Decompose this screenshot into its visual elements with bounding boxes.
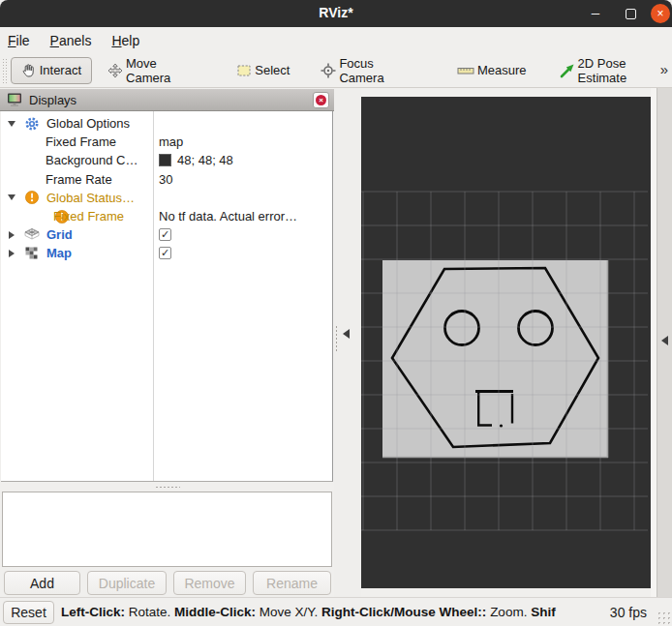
property-label: Fixed Frame xyxy=(46,134,116,149)
toolbar-overflow-chevron[interactable]: » xyxy=(660,61,668,77)
display-name: Map xyxy=(46,246,72,260)
tool-measure[interactable]: Measure xyxy=(457,57,527,84)
menu-file[interactable]: File xyxy=(8,33,30,48)
tree-row-map[interactable]: Map ✓ xyxy=(1,244,332,262)
collapse-right-arrow-icon[interactable] xyxy=(661,336,668,345)
property-value[interactable]: 48; 48; 48 xyxy=(177,153,233,167)
tool-move-camera-label: Move Camera xyxy=(126,56,199,85)
tool-select-label: Select xyxy=(255,63,290,77)
tree-column-divider[interactable] xyxy=(153,111,154,481)
grid-display-icon xyxy=(24,227,40,243)
expander-down-icon[interactable] xyxy=(6,194,17,200)
window-title: RViz* xyxy=(0,5,672,20)
display-name: Grid xyxy=(46,227,73,242)
tool-measure-label: Measure xyxy=(477,63,527,77)
displays-panel-title: Displays xyxy=(29,93,76,107)
add-button[interactable]: Add xyxy=(4,571,80,595)
tree-row-global-options[interactable]: Global Options xyxy=(1,114,332,133)
tree-row-status-fixed-frame[interactable]: Fixed Frame No tf data. Actual error… xyxy=(1,207,332,225)
color-swatch[interactable] xyxy=(159,154,171,166)
render-scene xyxy=(361,97,651,588)
main-area: Displays × xyxy=(0,88,672,597)
tool-focus-camera[interactable]: Focus Camera xyxy=(321,57,416,84)
crosshair-icon xyxy=(321,63,336,78)
toolbar: Interact Move Camera Select xyxy=(0,53,672,88)
close-button[interactable]: × xyxy=(651,4,670,23)
property-value[interactable]: 30 xyxy=(159,172,172,187)
maximize-button[interactable] xyxy=(626,9,636,19)
grid-enabled-checkbox[interactable]: ✓ xyxy=(159,228,171,241)
duplicate-button[interactable]: Duplicate xyxy=(87,571,167,595)
warning-icon xyxy=(24,190,40,205)
tool-interact[interactable]: Interact xyxy=(11,57,92,84)
tool-focus-camera-label: Focus Camera xyxy=(339,56,416,85)
rviz-window: RViz* – × File Panels Help Interact xyxy=(0,0,672,626)
menu-help[interactable]: Help xyxy=(111,33,139,48)
expander-right-icon[interactable] xyxy=(6,250,17,257)
selection-box-icon xyxy=(236,63,252,78)
property-label: Global Status… xyxy=(46,191,135,205)
expander-right-icon[interactable] xyxy=(6,231,17,239)
display-buttons: Add Duplicate Remove Rename xyxy=(4,571,331,595)
tool-2d-pose-estimate-label: 2D Pose Estimate xyxy=(578,56,672,85)
map-image xyxy=(382,260,608,458)
ruler-icon xyxy=(457,63,474,78)
warning-icon xyxy=(8,209,46,224)
move-arrows-icon xyxy=(107,63,123,78)
panel-close-button[interactable]: × xyxy=(313,92,329,108)
tool-move-camera[interactable]: Move Camera xyxy=(107,57,199,84)
property-label: Frame Rate xyxy=(46,172,112,187)
property-value[interactable]: map xyxy=(159,134,183,149)
minimize-button[interactable]: – xyxy=(589,4,602,21)
mouse-help-text: Left-Click: Rotate. Middle-Click: Move X… xyxy=(61,605,610,619)
reset-button[interactable]: Reset xyxy=(3,601,54,624)
tool-select[interactable]: Select xyxy=(236,57,290,84)
tree-row-frame-rate[interactable]: Frame Rate 30 xyxy=(1,170,332,189)
tree-row-grid[interactable]: Grid ✓ xyxy=(1,225,332,244)
menubar: File Panels Help xyxy=(0,27,672,53)
expander-down-icon[interactable] xyxy=(6,121,17,127)
titlebar[interactable]: RViz* – × xyxy=(0,0,672,27)
left-splitter[interactable] xyxy=(334,88,361,597)
displays-panel-header[interactable]: Displays × xyxy=(0,89,334,111)
horizontal-splitter[interactable] xyxy=(0,483,334,492)
panel-close-icon: × xyxy=(316,95,326,105)
collapse-left-arrow-icon[interactable] xyxy=(343,329,350,339)
map-display-icon xyxy=(24,246,40,261)
fps-counter: 30 fps xyxy=(610,605,647,620)
tree-row-background-color[interactable]: Background C… 48; 48; 48 xyxy=(1,151,332,169)
render-view[interactable] xyxy=(361,97,651,588)
menu-panels[interactable]: Panels xyxy=(50,33,92,48)
tool-2d-pose-estimate[interactable]: 2D Pose Estimate xyxy=(560,57,672,84)
right-splitter[interactable] xyxy=(657,88,672,597)
displays-tree[interactable]: Global Options Fixed Frame map xyxy=(1,111,333,482)
rename-button[interactable]: Rename xyxy=(253,571,331,595)
description-box xyxy=(2,492,332,567)
gear-icon xyxy=(24,116,40,132)
tree-row-fixed-frame[interactable]: Fixed Frame map xyxy=(1,133,332,151)
displays-panel: Displays × xyxy=(0,88,334,597)
resize-grip[interactable] xyxy=(657,611,670,624)
statusbar: Reset Left-Click: Rotate. Middle-Click: … xyxy=(0,597,672,626)
map-enabled-checkbox[interactable]: ✓ xyxy=(159,247,171,259)
tree-row-global-status[interactable]: Global Status… xyxy=(1,189,332,207)
monitor-icon xyxy=(7,92,22,107)
property-label: Fixed Frame xyxy=(53,209,124,224)
status-message: No tf data. Actual error… xyxy=(159,209,297,224)
grid-lines xyxy=(361,192,648,530)
property-label: Global Options xyxy=(46,116,130,131)
toolbar-grip[interactable] xyxy=(2,58,8,83)
green-arrow-icon xyxy=(560,63,575,78)
tool-interact-label: Interact xyxy=(40,63,81,77)
hand-icon xyxy=(21,63,37,78)
remove-button[interactable]: Remove xyxy=(173,571,246,595)
splitter-grip[interactable] xyxy=(335,325,339,352)
property-label: Background C… xyxy=(46,153,137,167)
